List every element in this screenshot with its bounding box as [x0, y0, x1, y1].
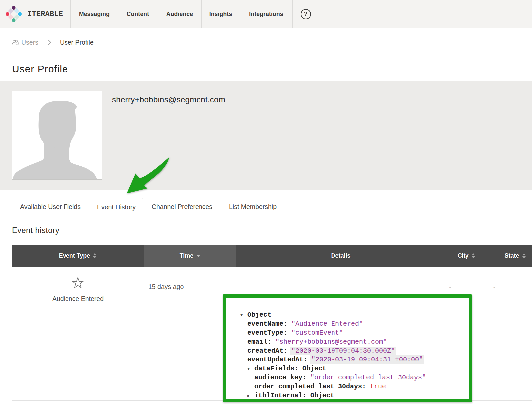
profile-band: sherry+bobbins@segment.com	[0, 81, 532, 190]
triangle-right-icon[interactable]: ▶	[247, 392, 254, 401]
json-line: order_completed_last_30days: true	[240, 382, 476, 391]
column-header-state[interactable]: State	[491, 245, 532, 267]
json-line[interactable]: ▼dataFields: Object	[240, 364, 476, 373]
column-header-city[interactable]: City	[446, 245, 491, 267]
json-line: email: "sherry+bobbins@segment.com"	[240, 337, 476, 346]
tab-list-membership[interactable]: List Membership	[221, 198, 285, 216]
nav-item-content[interactable]: Content	[118, 0, 158, 28]
chevron-right-icon	[48, 39, 51, 45]
json-key: createdAt:	[247, 347, 291, 354]
nav-item-messaging[interactable]: Messaging	[71, 0, 118, 28]
users-icon	[12, 40, 19, 45]
breadcrumb-current: User Profile	[60, 39, 94, 46]
user-email: sherry+bobbins@segment.com	[112, 95, 225, 104]
state-value: -	[474, 283, 514, 291]
json-line[interactable]: ▶itblInternal: Object	[240, 391, 476, 400]
triangle-down-icon[interactable]: ▼	[247, 365, 254, 374]
json-value: "sherry+bobbins@segment.com"	[275, 338, 387, 346]
json-line: audience_key: "order_completed_last_30da…	[240, 373, 476, 382]
event-details-json: ▼Object eventName: "Audience Entered" ev…	[240, 310, 476, 400]
column-header-details[interactable]: Details	[236, 245, 446, 267]
tab-event-history[interactable]: Event History	[90, 198, 143, 216]
json-value: "2020-03-19T09:04:30.000Z"	[290, 347, 396, 355]
breadcrumb: Users User Profile	[12, 37, 94, 47]
column-header-event-type[interactable]: Event Type	[12, 245, 144, 267]
json-line: eventName: "Audience Entered"	[240, 319, 476, 328]
json-value: "order_completed_last_30days"	[310, 374, 426, 381]
page: ITERABLE Messaging Content Audience Insi…	[0, 0, 532, 405]
event-type-value: Audience Entered	[12, 295, 144, 303]
tab-available-user-fields[interactable]: Available User Fields	[12, 198, 89, 216]
sort-desc-icon	[196, 255, 200, 257]
avatar	[12, 91, 102, 180]
json-key: itblInternal:	[254, 392, 310, 399]
event-time[interactable]: 15 days ago	[148, 283, 184, 292]
triangle-down-icon[interactable]: ▼	[240, 311, 247, 320]
json-object-label: Object	[302, 365, 326, 372]
sort-icon	[522, 253, 526, 258]
json-value: "Audience Entered"	[291, 320, 363, 328]
json-line[interactable]: ▼Object	[240, 310, 476, 319]
iterable-logo[interactable]: ITERABLE	[0, 0, 66, 28]
city-value: -	[426, 283, 474, 291]
json-value: true	[370, 383, 386, 390]
page-title: User Profile	[12, 63, 68, 75]
column-header-time[interactable]: Time	[144, 245, 236, 267]
json-key: order_completed_last_30days:	[254, 383, 370, 390]
json-object-label: Object	[247, 311, 271, 319]
json-key: eventType:	[247, 329, 291, 337]
column-label: Details	[331, 253, 350, 259]
table-header: Event Type Time Details City State	[12, 245, 532, 267]
json-key: eventName:	[247, 320, 291, 328]
table-row: Audience Entered 15 days ago - - ▼Object…	[12, 267, 532, 401]
breadcrumb-users[interactable]: Users	[21, 39, 38, 46]
top-navbar: ITERABLE Messaging Content Audience Insi…	[0, 0, 532, 28]
json-line: eventUpdatedAt: "2020-03-19 09:04:31 +00…	[240, 355, 476, 364]
brand-name: ITERABLE	[27, 0, 63, 28]
nav-item-audience[interactable]: Audience	[158, 0, 201, 28]
json-value: "2020-03-19 09:04:31 +00:00"	[310, 355, 424, 364]
column-label: Time	[180, 253, 194, 259]
json-value: "customEvent"	[291, 329, 343, 337]
section-title: Event history	[12, 226, 59, 235]
column-label: Event Type	[59, 253, 90, 259]
avatar-silhouette	[12, 91, 102, 179]
json-key: audience_key:	[254, 374, 310, 381]
star-icon[interactable]	[12, 277, 144, 289]
help-button[interactable]: ?	[292, 0, 319, 28]
column-label: City	[457, 253, 468, 259]
json-object-label: Object	[310, 392, 334, 399]
iterable-logo-icon	[0, 0, 28, 28]
json-key: email:	[247, 338, 275, 346]
json-line: createdAt: "2020-03-19T09:04:30.000Z"	[240, 346, 476, 355]
column-label: State	[504, 253, 519, 259]
tabs-underline	[12, 216, 520, 216]
help-icon: ?	[301, 9, 311, 19]
json-line: eventType: "customEvent"	[240, 328, 476, 337]
nav-item-insights[interactable]: Insights	[201, 0, 240, 28]
sort-icon	[93, 253, 96, 258]
json-key: dataFields:	[254, 365, 302, 372]
sort-icon	[472, 253, 475, 258]
nav-separator	[319, 0, 319, 28]
json-key: eventUpdatedAt:	[247, 356, 311, 363]
nav-item-integrations[interactable]: Integrations	[240, 0, 292, 28]
tab-channel-preferences[interactable]: Channel Preferences	[143, 198, 221, 216]
